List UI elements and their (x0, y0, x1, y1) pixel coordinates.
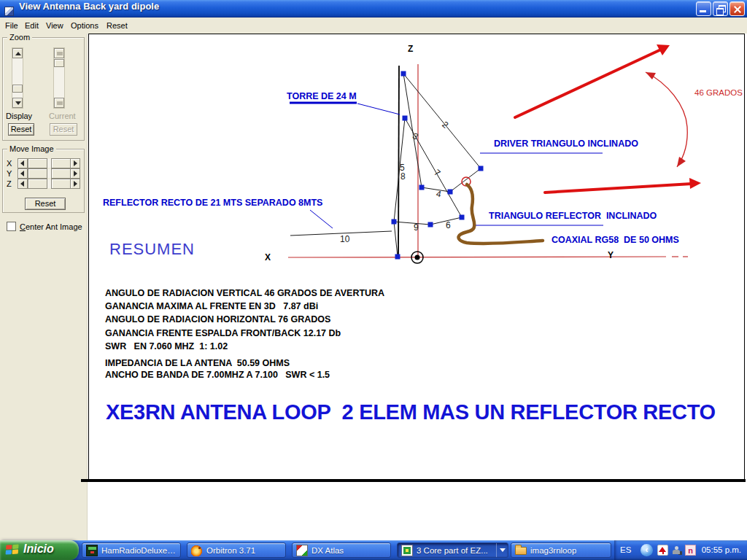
display-label: Display (6, 112, 32, 120)
scroll-right-icon[interactable] (70, 168, 80, 179)
current-reset-button: Reset (50, 123, 77, 136)
stat-line: ANGULO DE RADIACION HORIZONTAL 76 GRADOS (105, 314, 330, 324)
close-button[interactable] (729, 1, 745, 16)
center-ant-image-label[interactable]: Center Ant Image (20, 222, 82, 231)
menu-reset[interactable]: Reset (107, 21, 128, 30)
zoom-groupbox: Zoom Display Current Reset Reset (2, 37, 85, 141)
orbitron-icon (191, 545, 203, 556)
menu-bar: File Edit View Options Reset (0, 18, 747, 34)
start-button[interactable]: Inicio (0, 540, 79, 560)
scroll-up-icon[interactable] (12, 48, 23, 58)
x-axis-label: X (265, 252, 271, 262)
taskbar-item-hamradiodeluxe[interactable]: HamRadioDeluxe -... (82, 542, 181, 558)
antivirus-tray-icon[interactable] (657, 545, 668, 556)
title-bar[interactable]: View Antenna Back yard dipole (0, 0, 747, 18)
menu-view[interactable]: View (46, 21, 63, 30)
angle-annotation: 46 GRADOS (694, 88, 743, 97)
y-axis-red-line (288, 257, 688, 257)
menu-options[interactable]: Options (71, 21, 98, 30)
red-arrow-up (515, 44, 670, 117)
move-z-thumb[interactable] (28, 179, 47, 189)
antenna-caption: XE3RN ANTENA LOOP 2 ELEM MAS UN REFLECTO… (106, 400, 716, 424)
move-y-thumb[interactable] (28, 168, 47, 179)
messenger-tray-icon[interactable] (673, 546, 682, 555)
move-z-thumb2[interactable] (51, 179, 71, 189)
reflector-recto-annotation: REFLECTOR RECTO DE 21 MTS SEPARADO 8MTS (103, 198, 322, 208)
current-zoom-scrollbar (53, 47, 65, 109)
move-y-scrollbar[interactable] (18, 168, 80, 179)
move-group-title: Move Image (7, 144, 56, 153)
window-title: View Antenna Back yard dipole (19, 1, 159, 12)
driver-annotation: DRIVER TRIANGULO INCLINADO (494, 139, 638, 149)
taskbar-item-dxatlas[interactable]: DX Atlas (292, 542, 391, 558)
display-zoom-scrollbar[interactable] (12, 47, 23, 109)
stat-line: IMPEDANCIA DE LA ANTENA 50.59 OHMS (105, 358, 290, 368)
dx-atlas-icon (296, 545, 308, 556)
move-x-thumb[interactable] (28, 158, 47, 168)
axis-y-label: Y (7, 169, 12, 178)
taskbar-item-orbitron[interactable]: Orbitron 3.71 (187, 542, 286, 558)
drawing-bottom-border (81, 479, 746, 482)
stat-line: GANANCIA MAXIMA AL FRENTE EN 3D 7.87 dBi (105, 301, 318, 311)
minimize-button[interactable] (696, 1, 711, 16)
move-reset-button[interactable]: Reset (25, 198, 66, 210)
folder-icon (515, 547, 527, 555)
start-label: Inicio (23, 542, 54, 556)
display-reset-button[interactable]: Reset (8, 123, 34, 136)
scroll-down-icon[interactable] (12, 98, 23, 108)
control-panel: Zoom Display Current Reset Reset Move Im… (0, 34, 88, 540)
center-ant-image-checkbox[interactable] (7, 222, 16, 231)
axis-z-label: Z (7, 179, 12, 188)
eznec-icon (401, 545, 413, 556)
taskbar: Inicio HamRadioDeluxe -... Orbitron 3.71… (0, 540, 747, 560)
scroll-up-icon (54, 48, 64, 58)
scroll-right-icon[interactable] (70, 158, 80, 168)
menu-file[interactable]: File (5, 21, 18, 30)
window-controls (696, 1, 745, 16)
axis-x-label: X (7, 159, 12, 168)
move-x-thumb2[interactable] (51, 158, 71, 168)
clock: 05:55 p.m. (702, 545, 741, 554)
move-y-thumb2[interactable] (51, 168, 71, 179)
vnc-tray-icon[interactable]: n (685, 545, 696, 556)
hamradiodeluxe-icon (86, 545, 98, 556)
chevron-down-icon (500, 548, 506, 552)
language-indicator[interactable]: ES (620, 545, 631, 554)
resumen-heading: RESUMEN (109, 240, 195, 259)
screen: { "window": { "title": "View Antenna Bac… (0, 0, 747, 560)
zoom-group-title: Zoom (7, 33, 32, 42)
taskbar-item-folder[interactable]: imag3rnloop (511, 542, 611, 558)
scroll-left-icon[interactable] (18, 158, 28, 168)
current-zoom-thumb (54, 59, 64, 67)
y-axis-label: Y (608, 250, 614, 260)
stat-line: GANANCIA FRENTE ESPALDA FRONT/BACK 12.17… (105, 328, 341, 338)
display-zoom-thumb[interactable] (12, 85, 23, 93)
scroll-down-icon (54, 98, 64, 108)
scroll-left-icon[interactable] (18, 168, 28, 179)
app-icon (4, 7, 14, 16)
coaxial-annotation: COAXIAL RG58 DE 50 OHMS (551, 235, 679, 245)
windows-flag-icon (5, 544, 19, 556)
move-x-scrollbar[interactable] (18, 158, 80, 168)
stat-line: ANCHO DE BANDA DE 7.00MHZ A 7.100 SWR < … (105, 370, 330, 380)
move-z-scrollbar[interactable] (18, 179, 80, 189)
system-tray: ES ‹ n 05:55 p.m. (614, 540, 747, 560)
group-dropdown[interactable] (496, 543, 508, 557)
stat-line: ANGULO DE RADIACION VERTICAL 46 GRADOS D… (105, 288, 384, 298)
restore-button[interactable] (713, 1, 728, 16)
z-axis-label: Z (408, 44, 413, 54)
menu-edit[interactable]: Edit (25, 21, 39, 30)
hide-icons-chevron-icon[interactable]: ‹ (640, 544, 653, 556)
current-label: Current (49, 112, 76, 120)
wire-number-label: 8 (400, 171, 406, 182)
wire-number-label: 6 (446, 220, 451, 230)
reflector-inclinado-annotation: TRIANGULO REFLECTOR INCLINADO (489, 211, 657, 221)
antenna-drawing-region[interactable]: Z X Y 2 3 5 8 7 4 9 6 10 TORRE DE 24 M D… (88, 34, 745, 480)
scroll-left-icon[interactable] (18, 179, 28, 189)
taskbar-item-eznec-group[interactable]: 3 Core part of EZ... (397, 542, 508, 558)
angle-arc-arrow (646, 72, 687, 167)
stat-line: SWR EN 7.060 MHZ 1: 1.02 (105, 341, 228, 351)
move-image-groupbox: Move Image X Y Z Reset (2, 149, 85, 213)
tower-line (398, 66, 399, 257)
scroll-right-icon[interactable] (70, 179, 80, 189)
